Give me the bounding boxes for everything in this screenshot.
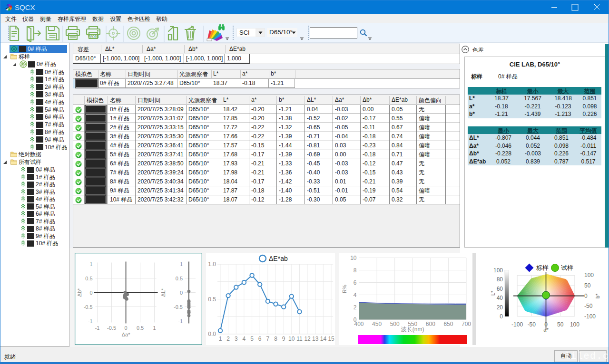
svg-text:11: 11 (296, 335, 303, 342)
svg-text:6: 6 (354, 279, 357, 286)
svg-text:400: 400 (354, 321, 363, 327)
svg-text:-1: -1 (178, 318, 183, 324)
svg-text:5: 5 (250, 335, 254, 342)
svg-text:100: 100 (493, 267, 503, 274)
svg-text:-0.5: -0.5 (174, 304, 183, 310)
svg-text:1: 1 (153, 325, 156, 331)
svg-text:1: 1 (89, 261, 92, 267)
svg-text:9: 9 (282, 335, 285, 342)
svg-text:Δa*: Δa* (122, 332, 130, 337)
svg-text:60: 60 (497, 286, 503, 292)
svg-text:-1: -1 (95, 325, 100, 331)
svg-text:10: 10 (350, 255, 357, 261)
svg-text:3: 3 (235, 335, 238, 342)
svg-text:-100: -100 (584, 313, 596, 320)
svg-text:13: 13 (312, 335, 319, 342)
svg-text:a*: a* (543, 327, 549, 333)
svg-text:试样: 试样 (561, 264, 573, 271)
svg-text:10: 10 (288, 335, 295, 342)
svg-text:-0.5: -0.5 (84, 304, 93, 310)
svg-text:ΔE*ab: ΔE*ab (269, 255, 288, 262)
svg-text:0: 0 (89, 290, 92, 296)
svg-text:8: 8 (274, 335, 277, 342)
svg-text:500: 500 (390, 321, 400, 327)
svg-text:0.5: 0.5 (176, 276, 183, 281)
svg-text:ΔL*: ΔL* (160, 288, 166, 297)
svg-text:700: 700 (462, 321, 471, 327)
svg-text:14: 14 (320, 335, 327, 342)
svg-text:100: 100 (584, 272, 594, 278)
svg-text:-1: -1 (88, 318, 93, 324)
svg-text:4: 4 (354, 292, 357, 298)
svg-text:-100: -100 (511, 321, 523, 328)
svg-text:0: 0 (180, 290, 183, 296)
svg-text:15: 15 (328, 335, 334, 342)
svg-text:80: 80 (497, 276, 503, 283)
svg-text:标样: 标样 (536, 264, 549, 271)
svg-text:50: 50 (584, 282, 591, 289)
svg-text:Δb*: Δb* (77, 288, 82, 297)
svg-text:650: 650 (443, 321, 453, 327)
svg-text:0.5: 0.5 (137, 325, 144, 331)
svg-text:4: 4 (243, 335, 246, 342)
svg-text:0.5: 0.5 (85, 276, 92, 281)
svg-text:450: 450 (372, 321, 382, 327)
svg-text:7: 7 (266, 335, 270, 342)
svg-text:-0.5: -0.5 (107, 325, 116, 331)
svg-text:-50: -50 (584, 303, 593, 309)
svg-text:50: 50 (557, 321, 564, 328)
svg-text:0: 0 (500, 313, 503, 320)
svg-text:Word: Word (88, 34, 99, 39)
svg-text:0: 0 (584, 293, 588, 299)
svg-text:2: 2 (354, 304, 357, 311)
svg-text:b*: b* (595, 293, 600, 298)
svg-text:6: 6 (258, 335, 262, 342)
svg-text:1: 1 (219, 335, 222, 342)
svg-text:L*: L* (490, 290, 496, 296)
svg-text:8: 8 (354, 267, 357, 274)
svg-text:0.5: 0.5 (208, 296, 216, 303)
svg-text:1: 1 (180, 261, 183, 267)
svg-text:0.0: 0.0 (208, 331, 216, 337)
svg-text:1.0: 1.0 (208, 261, 216, 268)
svg-text:20: 20 (497, 304, 503, 311)
svg-text:0: 0 (125, 325, 128, 331)
svg-text:R%: R% (342, 285, 347, 293)
svg-text:波长(nm): 波长(nm) (401, 326, 424, 333)
svg-text:-50: -50 (528, 321, 536, 328)
svg-text:100: 100 (570, 321, 580, 328)
svg-text:40: 40 (497, 295, 503, 301)
svg-text:600: 600 (426, 321, 435, 327)
svg-text:2: 2 (226, 335, 230, 342)
svg-text:12: 12 (304, 335, 311, 342)
